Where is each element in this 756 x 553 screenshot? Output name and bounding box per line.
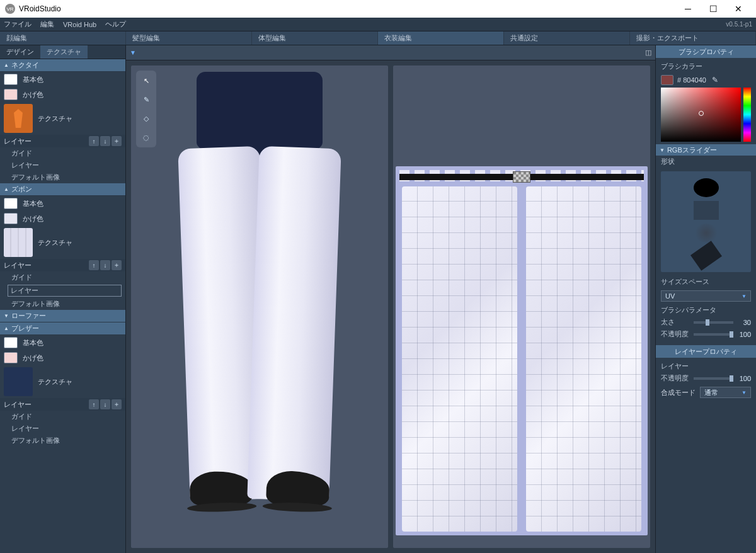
section-loafer[interactable]: ▼ローファー: [0, 310, 125, 322]
necktie-texture[interactable]: テクスチャ: [0, 102, 125, 135]
maximize-button[interactable]: ☐: [701, 0, 726, 18]
pants-texture[interactable]: テクスチャ: [0, 226, 125, 259]
rgb-slider-header[interactable]: ▼RGBスライダー: [656, 144, 756, 156]
blend-mode-select[interactable]: 通常▼: [700, 387, 751, 398]
layer-down-icon[interactable]: ↓: [100, 399, 110, 409]
brush-params-label: ブラシパラメータ: [656, 304, 756, 316]
viewports: ↖ ✎ ◇ ◌: [126, 60, 655, 553]
menu-hub[interactable]: VRoid Hub: [63, 21, 96, 28]
necktie-layer-layer[interactable]: レイヤー: [0, 159, 125, 171]
shape-line[interactable]: [694, 246, 719, 265]
blazer-base-color[interactable]: 基本色: [0, 335, 125, 350]
tab-common[interactable]: 共通設定: [504, 31, 630, 45]
tab-hair[interactable]: 髪型編集: [126, 31, 252, 45]
section-blazer[interactable]: ▲ブレザー: [0, 322, 125, 335]
layer-down-icon[interactable]: ↓: [100, 260, 110, 270]
viewport-uv[interactable]: [393, 66, 650, 548]
pants-base-color[interactable]: 基本色: [0, 196, 125, 211]
brush-opacity-row: 不透明度 100: [656, 328, 756, 340]
blazer-texture[interactable]: テクスチャ: [0, 365, 125, 398]
pants-shade-color[interactable]: かげ色: [0, 211, 125, 226]
minimize-button[interactable]: ─: [675, 0, 701, 18]
necktie-base-color[interactable]: 基本色: [0, 72, 125, 87]
tab-face[interactable]: 顔編集: [0, 31, 126, 45]
eyedropper-icon[interactable]: ✎: [710, 75, 720, 85]
menu-help[interactable]: ヘルプ: [105, 20, 126, 29]
color-picker[interactable]: [661, 88, 751, 142]
layer-opacity-slider[interactable]: [694, 377, 733, 380]
menubar: ファイル 編集 VRoid Hub ヘルプ v0.5.1-p1: [0, 18, 756, 31]
main-area: デザイン テクスチャ ▲ネクタイ 基本色 かげ色 テクスチャ レイヤー ↑ ↓ …: [0, 45, 756, 553]
necktie-shade-color[interactable]: かげ色: [0, 87, 125, 102]
tool-blur-icon[interactable]: ◌: [140, 131, 152, 144]
blend-mode-row: 合成モード 通常▼: [656, 384, 756, 401]
size-space-select[interactable]: UV▼: [661, 290, 751, 302]
shape-square[interactable]: [694, 201, 719, 220]
close-button[interactable]: ✕: [726, 0, 751, 18]
necktie-layer-default[interactable]: デフォルト画像: [0, 171, 125, 183]
layer-up-icon[interactable]: ↑: [89, 260, 99, 270]
blazer-shade-color[interactable]: かげ色: [0, 350, 125, 365]
layer-add-icon[interactable]: ＋: [112, 399, 122, 409]
tab-export[interactable]: 撮影・エクスポート: [630, 31, 756, 45]
brush-property-header: ブラシプロパティ: [656, 45, 756, 58]
layer-up-icon[interactable]: ↑: [89, 399, 99, 409]
center-panel: ▼ ◫ ↖ ✎ ◇ ◌: [126, 45, 655, 553]
brush-color-row: # 804040 ✎: [656, 72, 756, 88]
layer-label: レイヤー: [4, 137, 32, 146]
tab-outfit[interactable]: 衣装編集: [378, 31, 504, 45]
layer-opacity-row: 不透明度 100: [656, 372, 756, 384]
hue-slider[interactable]: [743, 88, 751, 142]
layer-add-icon[interactable]: ＋: [112, 136, 122, 146]
blazer-layer-layer[interactable]: レイヤー: [0, 423, 125, 435]
brush-shapes: [661, 171, 751, 272]
layer-down-icon[interactable]: ↓: [100, 136, 110, 146]
thickness-slider[interactable]: [694, 321, 733, 324]
main-tabs: 顔編集 髪型編集 体型編集 衣装編集 共通設定 撮影・エクスポート: [0, 31, 756, 45]
layer-up-icon[interactable]: ↑: [89, 136, 99, 146]
necktie-layer-head: レイヤー ↑ ↓ ＋: [0, 135, 125, 147]
pants-layer-head: レイヤー ↑ ↓ ＋: [0, 259, 125, 271]
tool-pencil-icon[interactable]: ✎: [140, 93, 152, 106]
pants-layer-default[interactable]: デフォルト画像: [0, 298, 125, 310]
dropdown-icon[interactable]: ▼: [130, 49, 136, 56]
pants-layer-layer[interactable]: レイヤー: [8, 285, 122, 297]
shape-circle[interactable]: [694, 178, 719, 197]
subtab-texture[interactable]: テクスチャ: [40, 45, 88, 59]
layer-add-icon[interactable]: ＋: [112, 260, 122, 270]
layer-property-header: レイヤープロパティ: [656, 345, 756, 358]
menu-edit[interactable]: 編集: [40, 20, 54, 29]
shape-soft[interactable]: [694, 224, 719, 242]
blazer-thumb-icon: [4, 367, 33, 396]
blazer-layer-default[interactable]: デフォルト画像: [0, 435, 125, 447]
app-logo-icon: VR: [5, 4, 15, 14]
shape-label: 形状: [656, 156, 756, 168]
mirror-icon[interactable]: ◫: [645, 48, 651, 57]
section-necktie[interactable]: ▲ネクタイ: [0, 59, 125, 72]
subtab-design[interactable]: デザイン: [0, 45, 40, 59]
brush-color-swatch[interactable]: [661, 75, 673, 85]
right-panel: ブラシプロパティ ブラシカラー # 804040 ✎ ▼RGBスライダー 形状 …: [655, 45, 756, 553]
size-space-label: サイズスペース: [656, 276, 756, 288]
left-panel: デザイン テクスチャ ▲ネクタイ 基本色 かげ色 テクスチャ レイヤー ↑ ↓ …: [0, 45, 126, 553]
pants-layer-guide[interactable]: ガイド: [0, 271, 125, 283]
viewport-3d[interactable]: ↖ ✎ ◇ ◌: [131, 66, 388, 548]
necktie-layer-guide[interactable]: ガイド: [0, 147, 125, 159]
menu-file[interactable]: ファイル: [4, 20, 32, 29]
brush-color-label: ブラシカラー: [656, 60, 756, 72]
app-title: VRoidStudio: [19, 4, 61, 13]
section-pants[interactable]: ▲ズボン: [0, 183, 125, 196]
tool-select-icon[interactable]: ↖: [140, 74, 152, 87]
character-preview: [152, 66, 367, 548]
pants-thumb-icon: [4, 228, 33, 257]
necktie-thumb-icon: [4, 104, 33, 133]
version-label: v0.5.1-p1: [726, 21, 752, 28]
blazer-layer-guide[interactable]: ガイド: [0, 411, 125, 423]
tab-body[interactable]: 体型編集: [252, 31, 378, 45]
brush-color-hex: # 804040: [677, 76, 706, 84]
center-toolbar: ▼ ◫: [126, 45, 655, 60]
tool-eraser-icon[interactable]: ◇: [140, 112, 152, 125]
brush-opacity-slider[interactable]: [694, 333, 733, 336]
titlebar: VR VRoidStudio ─ ☐ ✕: [0, 0, 756, 18]
thickness-row: 太さ 30: [656, 316, 756, 328]
